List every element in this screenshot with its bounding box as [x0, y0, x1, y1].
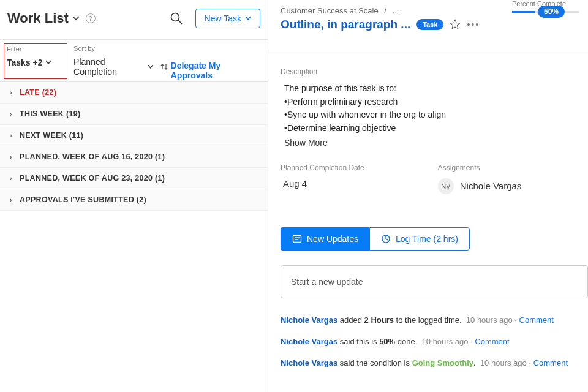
activity-row: Nichole Vargas said the condition is Goi…	[281, 358, 588, 368]
filter-label: Filter	[7, 45, 64, 53]
assignee-name[interactable]: Nichole Vargas	[460, 181, 522, 191]
breadcrumb-sep: /	[384, 6, 386, 15]
chevron-right-icon: ›	[10, 89, 13, 96]
svg-line-1	[178, 20, 182, 24]
desc-bullet: Perform preliminary research	[287, 97, 398, 107]
sort-label: Sort by	[74, 45, 168, 52]
work-list-title: Work List	[7, 10, 69, 26]
chevron-down-icon	[245, 16, 251, 21]
activity-time: 10 hours ago	[422, 337, 469, 346]
group-label: PLANNED, WEEK OF AUG 23, 2020 (1)	[20, 174, 165, 183]
tab-new-updates-label: New Updates	[307, 234, 358, 244]
chevron-right-icon: ›	[10, 196, 13, 203]
svg-point-0	[171, 13, 179, 21]
new-task-button[interactable]: New Task	[195, 9, 260, 28]
group-label: APPROVALS I'VE SUBMITTED (2)	[20, 195, 146, 204]
comment-link[interactable]: Comment	[475, 337, 509, 346]
activity-user[interactable]: Nichole Vargas	[281, 358, 337, 368]
group-label: THIS WEEK (19)	[20, 110, 80, 118]
comment-link[interactable]: Comment	[533, 358, 568, 368]
group-label: NEXT WEEK (11)	[20, 131, 83, 140]
sort-value: Planned Completion	[74, 57, 145, 77]
planned-date-label: Planned Completion Date	[281, 164, 364, 172]
work-list-group[interactable]: ›LATE (22)	[0, 82, 268, 104]
assignments-label: Assignments	[438, 164, 522, 172]
more-actions-icon[interactable]: •••	[467, 20, 480, 29]
activity-row: Nichole Vargas said this is 50% done. 10…	[281, 337, 588, 346]
tab-log-time-label: Log Time (2 hrs)	[396, 234, 458, 244]
filter-control[interactable]: Filter Tasks +2	[4, 43, 67, 79]
chevron-right-icon: ›	[10, 132, 13, 139]
new-task-label: New Task	[205, 13, 241, 23]
group-label: PLANNED, WEEK OF AUG 16, 2020 (1)	[20, 153, 165, 161]
desc-bullet: Determine learning objective	[287, 123, 396, 133]
delegate-approvals-link[interactable]: Delegate My Approvals	[171, 43, 264, 80]
chevron-right-icon: ›	[10, 110, 13, 118]
sort-direction-icon[interactable]	[160, 62, 168, 71]
chevron-down-icon	[45, 60, 51, 65]
show-more-link[interactable]: Show More	[284, 138, 588, 148]
breadcrumb-project[interactable]: Customer Success at Scale	[281, 6, 379, 15]
chevron-down-icon	[148, 64, 153, 69]
breadcrumb[interactable]: Customer Success at Scale / ...	[281, 6, 512, 15]
work-list-dropdown[interactable]	[72, 14, 80, 23]
activity-time: 10 hours ago	[466, 315, 513, 325]
task-title[interactable]: Outline, in paragraph ...	[281, 18, 410, 31]
comment-link[interactable]: Comment	[519, 315, 554, 325]
activity-time: 10 hours ago	[480, 358, 527, 368]
avatar[interactable]: NV	[438, 178, 454, 194]
activity-user[interactable]: Nichole Vargas	[281, 315, 337, 325]
work-list-group[interactable]: ›PLANNED, WEEK OF AUG 23, 2020 (1)	[0, 168, 268, 189]
filter-value: Tasks +2	[7, 58, 43, 67]
work-list-group[interactable]: ›PLANNED, WEEK OF AUG 16, 2020 (1)	[0, 146, 268, 168]
work-list-group[interactable]: ›THIS WEEK (19)	[0, 104, 268, 125]
work-list-group[interactable]: ›NEXT WEEK (11)	[0, 125, 268, 146]
activity-row: Nichole Vargas added 2 Hours to the logg…	[281, 315, 588, 325]
chevron-right-icon: ›	[10, 153, 13, 160]
chevron-right-icon: ›	[10, 175, 13, 182]
description-label: Description	[281, 67, 588, 76]
percent-complete-value: 50%	[538, 6, 565, 18]
desc-intro: The purpose of this task is to:	[284, 82, 588, 96]
percent-complete-slider[interactable]: 50%	[512, 11, 579, 13]
work-list-group[interactable]: ›APPROVALS I'VE SUBMITTED (2)	[0, 189, 268, 211]
breadcrumb-more[interactable]: ...	[393, 6, 399, 15]
sort-control[interactable]: Sort by Planned Completion	[67, 43, 170, 77]
group-label: LATE (22)	[20, 88, 56, 97]
desc-bullet: Sync up with whomever in the org to alig…	[287, 110, 446, 119]
help-icon[interactable]: ?	[86, 13, 96, 23]
svg-rect-2	[293, 235, 301, 242]
new-update-input[interactable]: Start a new update	[281, 265, 588, 298]
tab-new-updates[interactable]: New Updates	[281, 227, 369, 251]
planned-date-value: Aug 4	[283, 178, 364, 189]
clock-icon	[381, 234, 391, 244]
tab-log-time[interactable]: Log Time (2 hrs)	[369, 227, 470, 251]
activity-user[interactable]: Nichole Vargas	[281, 337, 337, 346]
task-type-pill: Task	[417, 19, 443, 30]
search-icon[interactable]	[170, 12, 183, 25]
percent-complete-fill	[512, 11, 535, 13]
updates-icon	[292, 234, 302, 244]
favorite-star-icon[interactable]	[450, 19, 461, 30]
